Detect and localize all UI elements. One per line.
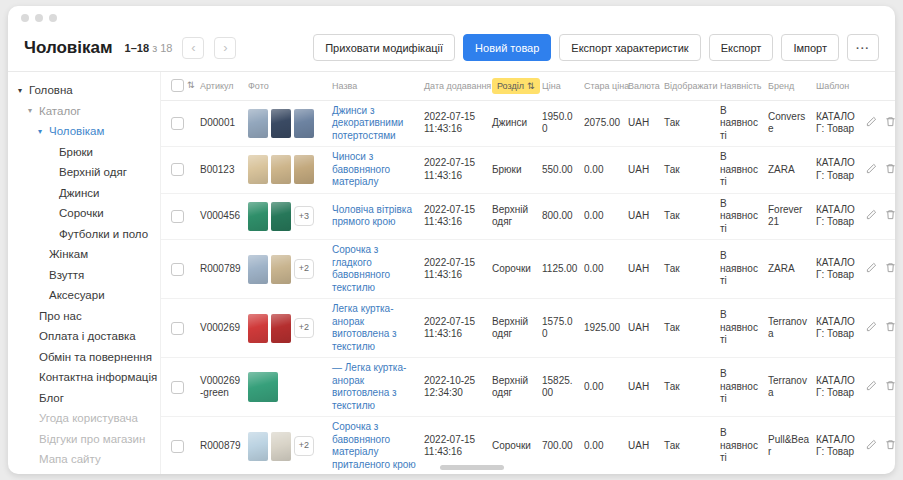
column-header[interactable]: Фото [245,72,329,100]
sidebar-item[interactable]: ▾ Головна [8,80,160,101]
column-header[interactable]: Стара ціна [581,72,625,100]
sidebar-item[interactable]: Джинси [8,183,160,204]
row-checkbox[interactable] [171,163,184,176]
row-checkbox[interactable] [171,440,184,453]
horizontal-scrollbar-thumb[interactable] [440,465,504,470]
product-template: КАТАЛОГ: Товар [813,358,863,417]
row-checkbox[interactable] [171,322,184,335]
more-photos-badge[interactable]: +2 [294,436,314,456]
more-photos-badge[interactable]: +2 [294,318,314,338]
product-name-link[interactable]: Джинси з декоративними потертостями [332,105,403,141]
export-characteristics-button[interactable]: Експорт характеристик [559,34,700,61]
sidebar-item[interactable]: Блог [8,388,160,409]
edit-button[interactable] [866,321,877,336]
delete-button[interactable] [885,262,895,277]
product-name-link[interactable]: — Легка куртка-анорак виготовлена з текс… [332,362,406,411]
window-maximize-button[interactable] [49,14,57,22]
edit-button[interactable] [866,209,877,224]
product-name-link[interactable]: Чиноси з бавовняного матеріалу [332,151,390,187]
delete-button[interactable] [885,321,895,336]
sidebar-item[interactable]: Мапа сайту [8,449,160,470]
window-close-button[interactable] [21,14,29,22]
sidebar-item[interactable]: Про нас [8,306,160,327]
product-photo[interactable] [248,372,278,402]
delete-button[interactable] [885,116,895,131]
product-photo[interactable] [248,202,268,231]
product-name-link[interactable]: Сорочка з бавовняного матеріалу притален… [332,421,416,470]
product-date: 2022-07-15 11:43:16 [421,147,489,194]
product-photo[interactable] [294,155,314,184]
select-all-checkbox[interactable] [171,79,184,92]
import-button[interactable]: Імпорт [781,34,839,61]
product-name-link[interactable]: Сорочка з гладкого бавовняного текстилю [332,244,390,293]
delete-button[interactable] [885,380,895,395]
delete-button[interactable] [885,439,895,454]
product-photo[interactable] [271,255,291,284]
edit-button[interactable] [866,262,877,277]
row-checkbox[interactable] [171,381,184,394]
column-header[interactable]: Ціна [539,72,581,100]
product-photo[interactable] [271,109,291,138]
product-photo[interactable] [248,255,268,284]
column-header[interactable]: Наявність [717,72,765,100]
column-header[interactable]: Дата додавання [421,72,489,100]
more-photos-badge[interactable]: +2 [294,259,314,279]
column-header[interactable]: Артикул [197,72,245,100]
sidebar-item[interactable]: ▾ Чоловікам [8,121,160,142]
product-name-link[interactable]: Легка куртка-анорак виготовлена з тексти… [332,303,397,352]
product-photo[interactable] [271,432,291,461]
sidebar-item[interactable]: Футболки и поло [8,224,160,245]
pagination-prev-button[interactable]: ‹ [182,37,204,59]
edit-button[interactable] [866,380,877,395]
column-header[interactable]: Шаблон [813,72,863,100]
edit-button[interactable] [866,116,877,131]
row-checkbox[interactable] [171,210,184,223]
export-button[interactable]: Експорт [709,34,774,61]
product-photo[interactable] [248,314,268,343]
product-photo[interactable] [294,109,314,138]
delete-button[interactable] [885,209,895,224]
edit-button[interactable] [866,163,877,178]
product-photo[interactable] [248,432,268,461]
hide-modifications-button[interactable]: Приховати модифікації [313,34,455,61]
sidebar-item[interactable]: Жінкам [8,244,160,265]
trash-icon [885,439,895,450]
more-actions-button[interactable]: ··· [847,34,879,61]
row-checkbox[interactable] [171,263,184,276]
product-photo[interactable] [271,155,291,184]
product-photo[interactable] [271,314,291,343]
column-header[interactable] [863,72,895,100]
sidebar-item[interactable]: Контактна інформація [8,367,160,388]
row-checkbox[interactable] [171,117,184,130]
product-photo[interactable] [248,155,268,184]
sidebar-item[interactable]: Аксесуари [8,285,160,306]
delete-button[interactable] [885,163,895,178]
pagination-total: з 18 [152,42,172,54]
more-photos-badge[interactable]: +3 [294,206,314,226]
sidebar-item[interactable]: ▾ Каталог [8,101,160,122]
column-header[interactable]: Розділ⇅ [489,72,539,100]
sidebar-item[interactable]: Оплата і доставка [8,326,160,347]
sidebar-item[interactable]: Верхній одяг [8,162,160,183]
new-product-button[interactable]: Новий товар [463,34,551,61]
sidebar-item[interactable]: Угода користувача [8,408,160,429]
column-header[interactable]: Відображати [661,72,717,100]
sidebar-item-label: Чоловікам [49,125,104,137]
pencil-icon [866,262,877,273]
column-header[interactable]: Бренд [765,72,813,100]
column-header[interactable]: Назва [329,72,421,100]
sidebar-item[interactable]: Сорочки [8,203,160,224]
caret-down-icon: ▾ [18,86,29,95]
window-minimize-button[interactable] [35,14,43,22]
product-photo[interactable] [271,202,291,231]
product-name-link[interactable]: Чоловіча вітрівка прямого крою [332,204,412,228]
sidebar-item[interactable]: Брюки [8,142,160,163]
pagination-next-button[interactable]: › [214,37,236,59]
sidebar-item[interactable]: Обмін та повернення [8,347,160,368]
column-header[interactable]: Валюта [625,72,661,100]
sidebar-item[interactable]: Відгуки про магазин [8,429,160,450]
sidebar-item[interactable]: Взуття [8,265,160,286]
sort-order-icon[interactable]: ⇅ [187,80,195,90]
product-photo[interactable] [248,109,268,138]
edit-button[interactable] [866,439,877,454]
